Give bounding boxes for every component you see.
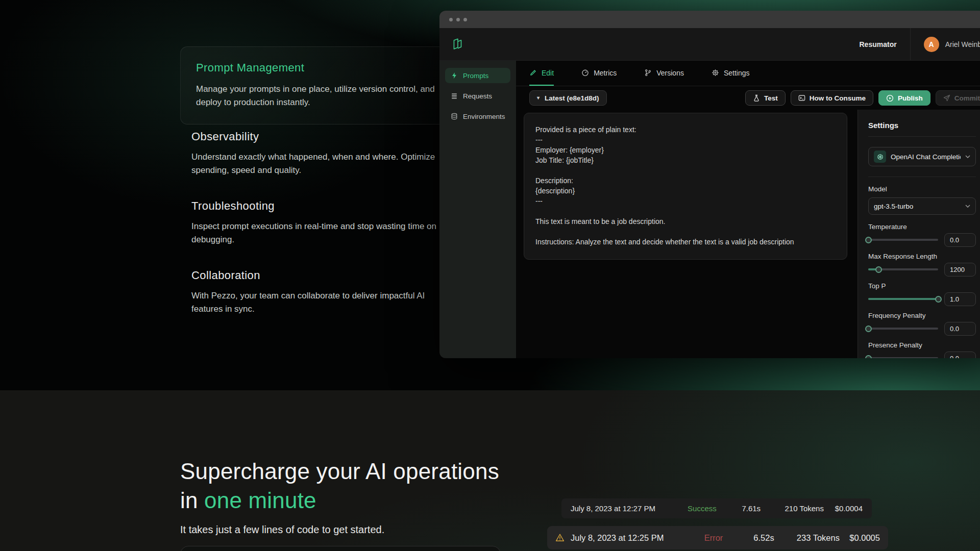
frequency-penalty-slider[interactable]: [868, 325, 938, 332]
pencil-icon: [529, 69, 537, 77]
tab-label: Edit: [542, 69, 554, 77]
panel-divider: [868, 177, 976, 177]
feature-troubleshooting[interactable]: Troubleshooting Inspect prompt execution…: [191, 199, 449, 246]
window-control-dot[interactable]: [449, 18, 453, 21]
tab-settings[interactable]: Settings: [712, 61, 750, 86]
editor-line: ---: [535, 135, 836, 145]
slider-thumb[interactable]: [865, 355, 872, 359]
editor-line: ---: [535, 196, 836, 206]
sidebar-item-environments[interactable]: Environments: [445, 109, 510, 124]
slider-track: [868, 357, 938, 358]
header-divider: [910, 28, 911, 60]
top-p-slider[interactable]: [868, 295, 938, 303]
tab-metrics[interactable]: Metrics: [581, 61, 617, 86]
model-select-value: gpt-3.5-turbo: [874, 203, 961, 210]
code-snippet-block: [180, 546, 501, 551]
chevron-down-icon: [965, 155, 970, 158]
model-select[interactable]: gpt-3.5-turbo: [868, 197, 976, 215]
log-cost: $0.0004: [835, 504, 863, 513]
settings-panel: Settings OpenAI Chat Completion: [857, 110, 980, 358]
feature-observability[interactable]: Observability Understand exactly what ha…: [191, 130, 449, 177]
tab-label: Metrics: [594, 69, 617, 77]
log-duration: 7.61s: [729, 504, 774, 513]
window-control-dot[interactable]: [463, 18, 467, 21]
commit-button[interactable]: Commit: [936, 90, 980, 106]
slider-thumb[interactable]: [935, 296, 942, 303]
editor-line: {description}: [535, 186, 836, 196]
provider-select-value: OpenAI Chat Completion: [891, 153, 961, 161]
log-date: July 8, 2023 at 12:25 PM: [571, 533, 686, 543]
app-header: Resumator A Ariel Weinberge: [439, 28, 980, 61]
cta-subheading: It takes just a few lines of code to get…: [180, 524, 384, 536]
provider-select[interactable]: OpenAI Chat Completion: [868, 147, 976, 166]
cta-heading-line1: Supercharge your AI operations: [180, 459, 499, 484]
frequency-penalty-label: Frequency Penalty: [868, 312, 976, 319]
prompt-editor[interactable]: Provided is a piece of plain text: --- E…: [524, 113, 847, 260]
cta-heading-highlight: one minute: [204, 488, 316, 513]
chevron-down-icon: [965, 205, 970, 208]
top-p-input[interactable]: [944, 292, 976, 306]
temperature-input[interactable]: [944, 233, 976, 247]
slider-track: [868, 239, 938, 241]
max-response-length-label: Max Response Length: [868, 253, 976, 260]
hero-section: Prompt Management Manage your prompts in…: [0, 0, 980, 390]
settings-panel-title: Settings: [868, 121, 976, 137]
editor-line: [535, 206, 836, 216]
editor-line: Employer: {employer}: [535, 145, 836, 155]
how-to-consume-button[interactable]: How to Consume: [791, 90, 873, 106]
max-response-length-input[interactable]: [944, 263, 976, 277]
max-response-length-slider[interactable]: [868, 266, 938, 273]
slider-thumb[interactable]: [875, 266, 882, 273]
slider-thumb[interactable]: [865, 325, 872, 332]
flask-icon: [753, 94, 760, 102]
openai-logo-icon: [874, 151, 886, 163]
feature-description: Understand exactly what happened, when a…: [191, 151, 449, 177]
feature-description: Inspect prompt executions in real-time a…: [191, 220, 449, 246]
app-sidebar: Prompts Requests: [439, 61, 516, 358]
sidebar-item-label: Requests: [463, 92, 492, 100]
sidebar-item-prompts[interactable]: Prompts: [445, 68, 510, 83]
log-row[interactable]: July 8, 2023 at 12:27 PM Success 7.61s 2…: [561, 498, 872, 518]
button-label: How to Consume: [810, 94, 866, 102]
slider-fill: [868, 298, 938, 300]
temperature-slider[interactable]: [868, 236, 938, 243]
app-window: Resumator A Ariel Weinberge Prompts: [439, 11, 980, 358]
log-tokens: 210 Tokens: [774, 504, 835, 513]
user-name: Ariel Weinberge: [945, 40, 980, 48]
presence-penalty-input[interactable]: [944, 352, 976, 359]
tab-versions[interactable]: Versions: [644, 61, 684, 86]
sidebar-item-label: Environments: [463, 113, 505, 120]
editor-line: Description:: [535, 176, 836, 186]
editor-line: Provided is a piece of plain text:: [535, 124, 836, 135]
sidebar-item-requests[interactable]: Requests: [445, 88, 510, 104]
feature-title: Prompt Management: [196, 61, 458, 74]
git-branch-icon: [644, 69, 652, 77]
log-row[interactable]: July 8, 2023 at 12:25 PM Error 6.52s 233…: [547, 526, 888, 549]
temperature-label: Temperature: [868, 223, 976, 231]
feature-title: Troubleshooting: [191, 199, 449, 213]
tab-edit[interactable]: Edit: [529, 61, 554, 86]
feature-title: Collaboration: [191, 269, 449, 282]
log-date: July 8, 2023 at 12:27 PM: [571, 504, 675, 513]
pezzo-logo-icon: [450, 37, 465, 52]
window-control-dot[interactable]: [456, 18, 460, 21]
test-button[interactable]: Test: [745, 90, 786, 106]
button-label: Test: [764, 94, 778, 102]
avatar[interactable]: A: [924, 37, 939, 52]
feature-collaboration[interactable]: Collaboration With Pezzo, your team can …: [191, 269, 449, 315]
frequency-penalty-input[interactable]: [944, 322, 976, 336]
tab-label: Settings: [724, 69, 750, 77]
slider-track: [868, 328, 938, 330]
gear-icon: [712, 69, 719, 77]
top-p-label: Top P: [868, 282, 976, 290]
presence-penalty-slider[interactable]: [868, 355, 938, 358]
project-name[interactable]: Resumator: [860, 40, 897, 48]
publish-button[interactable]: Publish: [878, 90, 930, 106]
version-dropdown[interactable]: ▾ Latest (e8e1d8d): [529, 90, 607, 106]
cta-heading: Supercharge your AI operations in one mi…: [180, 457, 499, 515]
slider-thumb[interactable]: [865, 237, 872, 243]
log-status-badge: Success: [675, 504, 729, 513]
feature-card-prompt-management[interactable]: Prompt Management Manage your prompts in…: [180, 46, 474, 124]
database-icon: [451, 113, 458, 120]
cta-heading-line2-prefix: in: [180, 488, 204, 513]
